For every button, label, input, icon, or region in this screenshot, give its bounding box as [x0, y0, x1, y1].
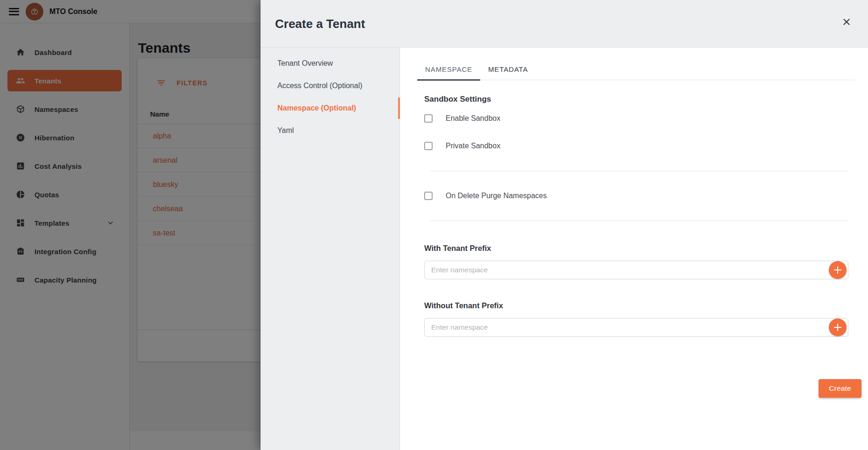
nav-item-access-control[interactable]: Access Control (Optional) [261, 75, 400, 97]
checkbox-label: Private Sandbox [446, 142, 500, 150]
drawer-header: Create a Tenant [261, 0, 868, 48]
purge-namespaces-checkbox-row[interactable]: On Delete Purge Namespaces [424, 192, 848, 200]
plus-icon [834, 323, 842, 332]
with-prefix-namespace-input[interactable] [424, 261, 848, 279]
app-root: MTO Console Dashboard Tenants Namespaces… [0, 0, 868, 450]
section-divider [430, 171, 848, 171]
tab-metadata[interactable]: METADATA [480, 59, 536, 81]
nav-item-label: Namespace (Optional) [277, 104, 356, 112]
drawer-step-nav: Tenant Overview Access Control (Optional… [261, 48, 400, 450]
plus-icon [834, 266, 842, 274]
section-divider [430, 221, 848, 221]
create-button[interactable]: Create [819, 379, 861, 398]
checkbox[interactable] [424, 192, 433, 200]
sandbox-settings-heading: Sandbox Settings [424, 95, 848, 104]
checkbox-label: Enable Sandbox [446, 114, 500, 123]
nav-item-namespace[interactable]: Namespace (Optional) [261, 97, 400, 119]
private-sandbox-checkbox-row[interactable]: Private Sandbox [424, 142, 848, 150]
add-without-prefix-namespace-button[interactable] [829, 318, 847, 336]
drawer-title: Create a Tenant [275, 17, 365, 31]
checkbox[interactable] [424, 142, 433, 150]
nav-item-label: Tenant Overview [277, 59, 333, 68]
without-prefix-namespace-input[interactable] [424, 318, 848, 337]
checkbox[interactable] [424, 114, 433, 123]
checkbox-label: On Delete Purge Namespaces [446, 192, 547, 200]
with-prefix-input-group [424, 261, 848, 279]
without-tenant-prefix-label: Without Tenant Prefix [424, 301, 848, 310]
without-prefix-input-group [424, 318, 848, 337]
tab-namespace[interactable]: NAMESPACE [417, 59, 480, 81]
with-tenant-prefix-label: With Tenant Prefix [424, 244, 848, 253]
enable-sandbox-checkbox-row[interactable]: Enable Sandbox [424, 114, 848, 123]
create-tenant-drawer: Create a Tenant Tenant Overview Access C… [261, 0, 868, 450]
close-icon[interactable] [840, 16, 853, 28]
add-with-prefix-namespace-button[interactable] [829, 261, 847, 279]
drawer-content: NAMESPACE METADATA Sandbox Settings Enab… [400, 48, 868, 450]
nav-item-yaml[interactable]: Yaml [261, 119, 400, 142]
nav-item-tenant-overview[interactable]: Tenant Overview [261, 52, 400, 75]
tab-bar: NAMESPACE METADATA [417, 59, 855, 80]
nav-item-label: Yaml [277, 126, 294, 135]
namespace-pane: Sandbox Settings Enable Sandbox Private … [400, 95, 868, 337]
nav-item-label: Access Control (Optional) [277, 82, 362, 90]
